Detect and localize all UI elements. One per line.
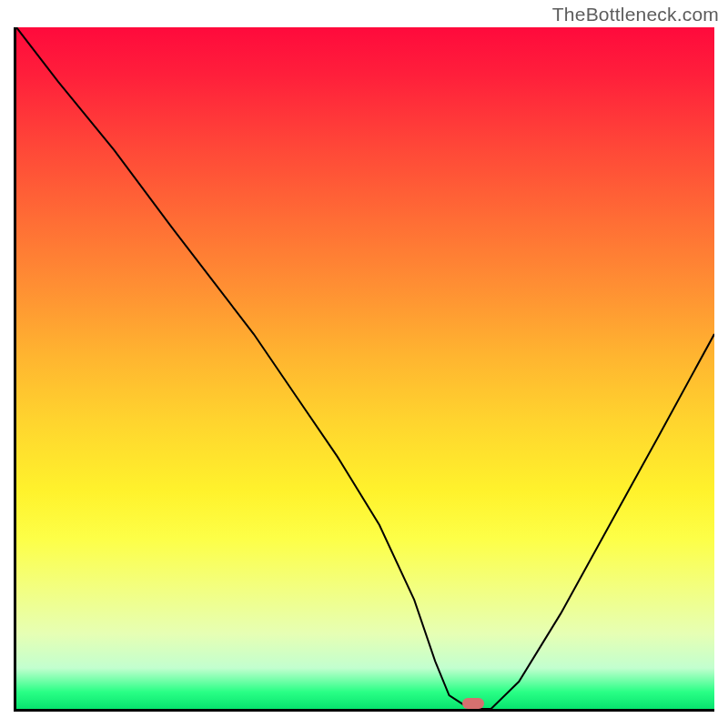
curve-marker xyxy=(462,698,484,709)
curve-svg xyxy=(16,27,714,709)
curve-path xyxy=(16,27,714,709)
chart-container: TheBottleneck.com xyxy=(0,0,728,728)
watermark-label: TheBottleneck.com xyxy=(552,4,719,25)
plot-area xyxy=(14,27,714,712)
